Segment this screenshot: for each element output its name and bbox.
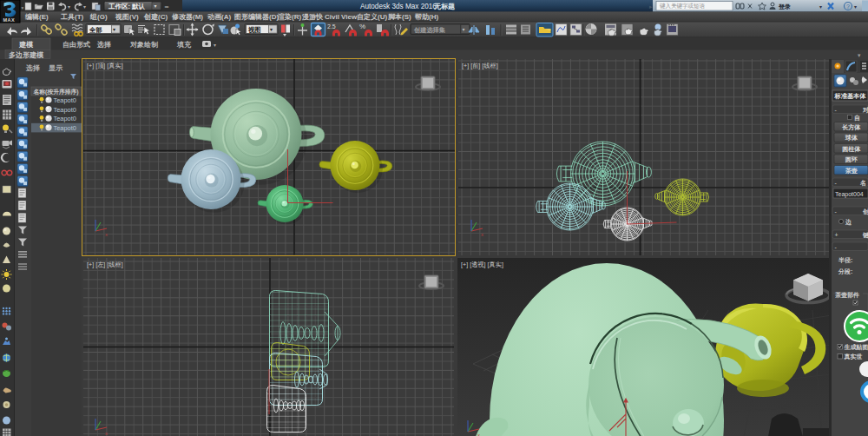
svg-text:选择: 选择: [25, 64, 41, 72]
svg-text:[+] [透视] [真实]: [+] [透视] [真实]: [461, 261, 503, 268]
svg-text:漫游快: 漫游快: [301, 13, 324, 21]
svg-text:圆柱体: 圆柱体: [842, 146, 861, 153]
svg-text:图形编辑器(D): 图形编辑器(D): [234, 13, 279, 21]
svg-text:Autodesk 3ds Max 2016: Autodesk 3ds Max 2016: [360, 3, 437, 10]
svg-text:%: %: [359, 23, 365, 30]
svg-text:对: 对: [862, 107, 868, 114]
svg-text:名: 名: [859, 180, 866, 187]
svg-text:▾: ▾: [463, 27, 465, 32]
svg-text:键入关键字或短语: 键入关键字或短语: [659, 3, 706, 10]
svg-text:[+] [左] [线框]: [+] [左] [线框]: [87, 261, 123, 268]
svg-text:修改器(M): 修改器(M): [171, 13, 203, 21]
svg-text:球体: 球体: [845, 134, 858, 142]
svg-text:▾: ▾: [270, 27, 273, 32]
svg-text:Teapot004: Teapot004: [835, 191, 864, 198]
svg-text:多边形建模: 多边形建模: [9, 51, 44, 59]
svg-text:+: +: [835, 232, 838, 238]
svg-text:自由形式: 自由形式: [62, 41, 90, 49]
svg-text:脚本(S): 脚本(S): [387, 13, 411, 21]
svg-text:▸: ▸: [649, 3, 653, 10]
svg-text:分段:: 分段:: [838, 268, 852, 275]
svg-text:标准基本体: 标准基本体: [834, 92, 867, 100]
svg-text:Teapot0: Teapot0: [54, 106, 76, 114]
svg-text:键: 键: [862, 232, 868, 239]
svg-text:?: ?: [846, 3, 850, 10]
svg-text:自: 自: [854, 115, 860, 122]
svg-text:2.5: 2.5: [327, 23, 336, 30]
svg-text:工作区: 默认: 工作区: 默认: [108, 3, 146, 10]
svg-text:[+] [前] [线框]: [+] [前] [线框]: [462, 62, 498, 69]
svg-text:▾: ▾: [214, 43, 216, 48]
svg-text:建模: 建模: [18, 41, 34, 49]
svg-text:x: x: [105, 232, 108, 237]
svg-text:≂: ≂: [164, 3, 169, 10]
svg-text:▾: ▾: [68, 4, 70, 10]
svg-text:▾: ▾: [83, 4, 86, 10]
svg-text:MAX: MAX: [3, 17, 16, 23]
svg-text:Teapot0: Teapot0: [54, 96, 76, 104]
svg-text:[+] [顶] [真实]: [+] [顶] [真实]: [87, 62, 123, 69]
svg-text:填充: 填充: [176, 40, 192, 49]
svg-text:名称(按升序排序): 名称(按升序排序): [33, 88, 79, 96]
svg-text:长方体: 长方体: [841, 123, 861, 131]
svg-text:组(G): 组(G): [89, 13, 108, 21]
svg-text:▾: ▾: [819, 4, 822, 10]
svg-text:无标题: 无标题: [433, 3, 455, 10]
svg-text:选择: 选择: [96, 41, 112, 49]
svg-text:圆环: 圆环: [845, 156, 858, 163]
svg-text:x: x: [481, 232, 483, 237]
svg-text:对象绘制: 对象绘制: [129, 41, 158, 49]
svg-text:创: 创: [862, 208, 868, 215]
svg-text:▾: ▾: [854, 4, 857, 10]
svg-text:工具(T): 工具(T): [60, 13, 84, 21]
svg-text:显示: 显示: [48, 64, 63, 72]
svg-text:视图: 视图: [247, 26, 260, 34]
svg-text:x: x: [105, 431, 108, 436]
svg-text:自定义(U): 自定义(U): [357, 12, 387, 21]
svg-text:创建选择集: 创建选择集: [413, 26, 446, 34]
svg-text:Teapot0: Teapot0: [54, 124, 76, 132]
svg-text:▾: ▾: [858, 52, 861, 58]
svg-text:真实世: 真实世: [844, 353, 863, 360]
svg-text:半径:: 半径:: [838, 257, 852, 264]
svg-text:渲染(R): 渲染(R): [277, 12, 301, 21]
svg-text:编辑(E): 编辑(E): [24, 13, 49, 21]
svg-text:茶壶: 茶壶: [845, 168, 858, 175]
svg-text:视图(V): 视图(V): [115, 13, 139, 21]
svg-text:创建(C): 创建(C): [143, 13, 168, 21]
svg-text:动画(A): 动画(A): [207, 13, 231, 21]
svg-text:▾: ▾: [22, 5, 24, 10]
svg-text:x: x: [477, 433, 480, 436]
svg-text:茶壶部件: 茶壶部件: [835, 291, 859, 299]
svg-text:登录: 登录: [778, 3, 791, 10]
svg-text:▾: ▾: [113, 27, 115, 32]
svg-text:边: 边: [845, 219, 852, 226]
svg-text:全部: 全部: [89, 26, 102, 34]
svg-text:Civil View: Civil View: [325, 13, 358, 21]
svg-text:Teapot0: Teapot0: [54, 115, 76, 122]
svg-text:▾: ▾: [155, 3, 157, 9]
svg-text:帮助(H): 帮助(H): [414, 13, 438, 21]
